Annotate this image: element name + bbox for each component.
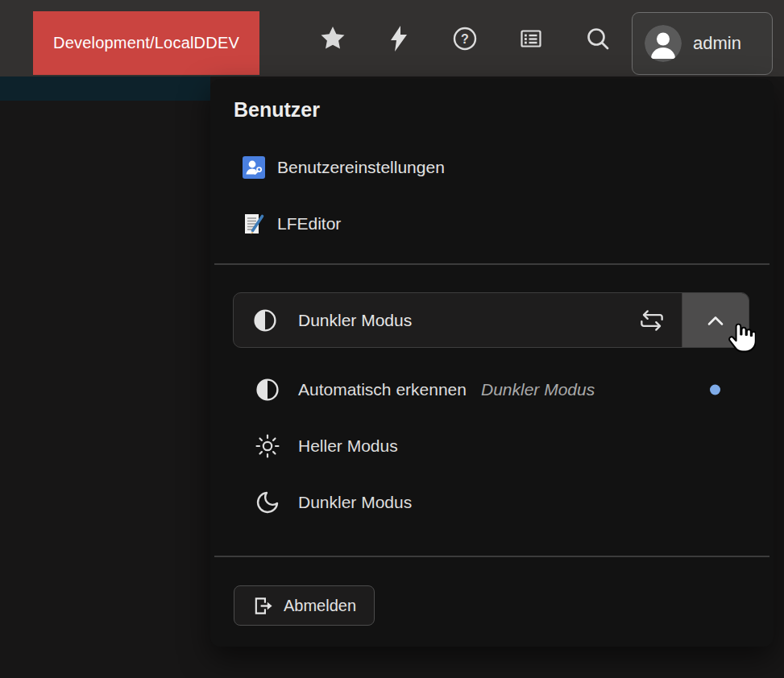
menu-item-user-settings[interactable]: Benutzereinstellungen	[243, 150, 445, 185]
option-label: Automatisch erkennen	[298, 380, 467, 399]
color-scheme-dropdown-toggle[interactable]	[682, 293, 749, 347]
divider	[214, 263, 769, 265]
logout-label: Abmelden	[284, 597, 356, 615]
user-menu-button[interactable]: admin	[632, 12, 773, 75]
color-scheme-select: Dunkler Modus	[233, 292, 749, 348]
list-icon	[518, 26, 544, 52]
color-scheme-current-label: Dunkler Modus	[298, 311, 412, 330]
user-avatar-icon	[645, 25, 682, 62]
color-scheme-option-auto[interactable]: Automatisch erkennen Dunkler Modus	[210, 362, 774, 417]
help-button[interactable]: ?	[442, 0, 488, 76]
menu-item-lfeditor[interactable]: LFEditor	[243, 206, 341, 242]
user-dropdown-panel: Benutzer Benutzereinstellungen LFEditor	[210, 79, 774, 647]
divider	[214, 556, 769, 557]
auto-contrast-icon	[252, 308, 278, 333]
color-scheme-option-light[interactable]: Heller Modus	[210, 419, 774, 473]
moon-icon	[255, 490, 280, 515]
user-name: admin	[693, 33, 741, 54]
color-scheme-current[interactable]: Dunkler Modus	[234, 293, 682, 347]
menu-item-label: LFEditor	[277, 214, 341, 234]
option-label: Heller Modus	[298, 436, 398, 456]
version-badge[interactable]: Development/LocalDDEV	[33, 11, 259, 75]
bookmark-button[interactable]	[309, 0, 356, 76]
color-scheme-option-dark[interactable]: Dunkler Modus	[210, 475, 774, 530]
star-icon	[318, 24, 347, 53]
lightning-icon	[388, 25, 410, 52]
svg-text:?: ?	[461, 31, 469, 45]
menu-item-label: Benutzereinstellungen	[277, 158, 445, 177]
version-badge-label: Development/LocalDDEV	[53, 34, 239, 52]
document-edit-icon	[243, 213, 265, 235]
clear-cache-button[interactable]	[375, 0, 422, 76]
top-bar: Development/LocalDDEV ?	[0, 0, 784, 76]
module-log-button[interactable]	[508, 0, 554, 76]
search-button[interactable]	[575, 0, 621, 76]
logout-button[interactable]: Abmelden	[234, 585, 375, 626]
dropdown-title: Benutzer	[234, 98, 320, 122]
chevron-up-icon	[702, 309, 729, 332]
option-label: Dunkler Modus	[298, 493, 412, 512]
sun-icon	[255, 433, 280, 459]
auto-contrast-icon	[255, 377, 280, 403]
help-circle-icon: ?	[452, 26, 478, 52]
avatar	[645, 25, 682, 62]
user-settings-icon	[243, 156, 265, 179]
logout-icon	[252, 595, 274, 617]
search-icon	[585, 26, 611, 52]
swap-arrows-icon	[637, 308, 667, 333]
selected-indicator-dot	[710, 385, 720, 395]
option-hint: Dunkler Modus	[481, 380, 595, 399]
